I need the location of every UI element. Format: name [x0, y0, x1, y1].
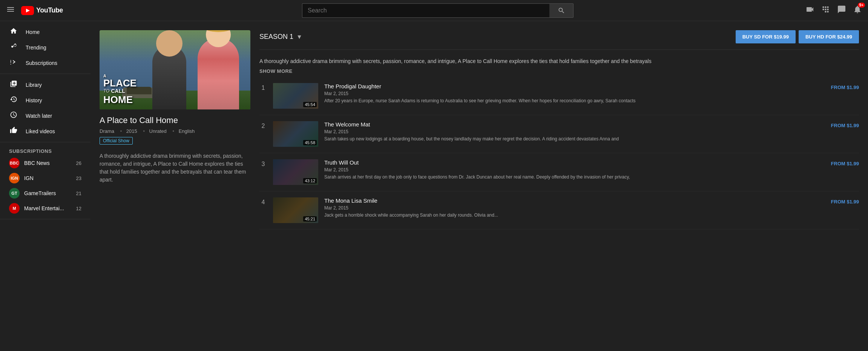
notification-icon[interactable]: 9+ — [853, 5, 862, 16]
episode-number: 4 — [259, 197, 267, 206]
episode-title: The Welcome Mat — [324, 121, 825, 128]
subscription-item-ign[interactable]: IGN IGN 23 — [0, 171, 90, 186]
show-genre: Drama — [100, 128, 114, 134]
episode-duration: 43:12 — [303, 178, 317, 183]
episode-info: Truth Will Out Mar 2, 2015 Sarah arrives… — [324, 159, 825, 180]
episode-description: Sarah takes up new lodgings at a boardin… — [324, 136, 825, 142]
buy-sd-button[interactable]: BUY SD FOR $19.99 — [736, 30, 796, 43]
episode-number: 2 — [259, 121, 267, 129]
official-badge: Official Show — [100, 137, 133, 145]
show-language: English — [179, 128, 195, 134]
subscription-item-gametrailers[interactable]: GT GameTrailers 21 — [0, 186, 90, 201]
episode-item[interactable]: 3 43:12 Truth Will Out Mar 2, 2015 Sarah… — [259, 153, 859, 191]
camera-icon[interactable] — [805, 5, 814, 16]
search-bar — [302, 3, 574, 18]
episode-item[interactable]: 1 45:54 The Prodigal Daughter Mar 2, 201… — [259, 77, 859, 115]
show-description: A thoroughly addictive drama brimming wi… — [100, 152, 250, 184]
liked-videos-icon — [9, 126, 18, 136]
page: A PLACE TO CALL HOME A Place to Call Hom… — [0, 21, 868, 239]
search-button[interactable] — [549, 3, 574, 18]
sidebar-item-label-trending: Trending — [26, 45, 46, 51]
sub-avatar-bbc: BBC — [9, 158, 20, 168]
sidebar-library-section: Library History Watch later Liked videos — [0, 77, 90, 142]
sidebar-item-label-history: History — [26, 97, 42, 103]
episode-duration: 45:54 — [303, 102, 317, 107]
header-left: YouTube — [6, 5, 89, 16]
episode-item[interactable]: 4 45:21 The Mona Lisa Smile Mar 2, 2015 … — [259, 191, 859, 229]
youtube-logo-icon — [21, 6, 34, 15]
header-center — [302, 3, 574, 18]
sidebar-nav-section: Home Trending Subscriptions — [0, 24, 90, 74]
header: YouTube — [0, 0, 868, 21]
sidebar-item-label-watch-later: Watch later — [26, 113, 52, 119]
episode-thumbnail: 43:12 — [273, 159, 318, 185]
episode-price[interactable]: FROM $1.99 — [831, 159, 859, 166]
history-icon — [9, 95, 18, 105]
sub-count-ign: 23 — [76, 176, 81, 181]
episode-date: Mar 2, 2015 — [324, 91, 825, 96]
buy-buttons: BUY SD FOR $19.99 BUY HD FOR $24.99 — [736, 30, 859, 43]
episode-list: 1 45:54 The Prodigal Daughter Mar 2, 201… — [259, 77, 859, 229]
season-label: SEASON 1 — [259, 33, 293, 41]
subscription-item-marvel[interactable]: M Marvel Entertai... 12 — [0, 201, 90, 216]
season-header: SEASON 1 ▼ BUY SD FOR $19.99 BUY HD FOR … — [259, 30, 859, 50]
sub-avatar-marvel: M — [9, 203, 20, 214]
episode-number: 1 — [259, 83, 267, 91]
sub-count-marvel: 12 — [76, 206, 81, 211]
home-icon — [9, 27, 18, 37]
episode-description: Jack gets a horrible shock while accompa… — [324, 212, 825, 219]
episode-thumbnail: 45:54 — [273, 83, 318, 109]
episode-price[interactable]: FROM $1.99 — [831, 197, 859, 205]
subscriptions-icon — [9, 58, 18, 68]
sidebar-item-liked-videos[interactable]: Liked videos — [0, 123, 90, 139]
sidebar-item-label-library: Library — [26, 82, 42, 88]
show-poster: A PLACE TO CALL HOME — [100, 30, 250, 109]
search-input[interactable] — [302, 3, 549, 18]
sidebar-item-home[interactable]: Home — [0, 24, 90, 40]
season-selector[interactable]: SEASON 1 ▼ — [259, 33, 302, 41]
show-title: A Place to Call Home — [100, 115, 250, 125]
episode-date: Mar 2, 2015 — [324, 205, 825, 211]
episode-info: The Prodigal Daughter Mar 2, 2015 After … — [324, 83, 825, 104]
sidebar-item-history[interactable]: History — [0, 92, 90, 108]
sidebar: Home Trending Subscriptions Library H — [0, 21, 90, 239]
buy-hd-button[interactable]: BUY HD FOR $24.99 — [799, 30, 859, 43]
episode-title: The Prodigal Daughter — [324, 83, 825, 89]
sidebar-item-watch-later[interactable]: Watch later — [0, 108, 90, 123]
sidebar-subscriptions-section: SUBSCRIPTIONS BBC BBC News 26 IGN IGN 23 — [0, 145, 90, 219]
youtube-wordmark: YouTube — [36, 6, 63, 14]
apps-icon[interactable] — [821, 5, 830, 16]
show-more-link[interactable]: SHOW MORE — [259, 68, 293, 74]
subscription-item-bbc[interactable]: BBC BBC News 26 — [0, 155, 90, 171]
episode-number: 3 — [259, 159, 267, 168]
season-chevron-icon: ▼ — [296, 34, 302, 40]
watch-later-icon — [9, 111, 18, 120]
main-content: A PLACE TO CALL HOME A Place to Call Hom… — [90, 21, 868, 239]
episode-duration: 45:58 — [303, 140, 317, 145]
header-right: 9+ — [787, 5, 862, 16]
sidebar-item-trending[interactable]: Trending — [0, 40, 90, 55]
episode-info: The Mona Lisa Smile Mar 2, 2015 Jack get… — [324, 197, 825, 219]
sub-count-bbc: 26 — [76, 160, 81, 166]
hamburger-icon[interactable] — [6, 5, 15, 16]
chat-icon[interactable] — [837, 5, 846, 16]
sidebar-item-library[interactable]: Library — [0, 77, 90, 92]
episode-item[interactable]: 2 45:58 The Welcome Mat Mar 2, 2015 Sara… — [259, 115, 859, 153]
season-description: A thoroughly addictive drama brimming wi… — [259, 53, 859, 67]
logo-container[interactable]: YouTube — [21, 6, 63, 15]
sidebar-item-subscriptions[interactable]: Subscriptions — [0, 55, 90, 71]
sub-count-gt: 21 — [76, 191, 81, 196]
episode-description: After 20 years in Europe, nurse Sarah Ad… — [324, 98, 825, 104]
episode-price[interactable]: FROM $1.99 — [831, 121, 859, 128]
show-year: 2015 — [126, 128, 137, 134]
notification-badge: 9+ — [858, 3, 865, 8]
episode-info: The Welcome Mat Mar 2, 2015 Sarah takes … — [324, 121, 825, 142]
sub-name-bbc: BBC News — [24, 160, 50, 166]
show-meta: A Place to Call Home Drama • 2015 • Unra… — [100, 115, 250, 184]
show-info-line: Drama • 2015 • Unrated • English — [100, 128, 250, 134]
episode-price[interactable]: FROM $1.99 — [831, 83, 859, 90]
episode-date: Mar 2, 2015 — [324, 129, 825, 134]
sub-name-marvel: Marvel Entertai... — [24, 205, 64, 211]
poster-title-overlay: A PLACE TO CALL HOME — [103, 74, 247, 106]
sub-avatar-ign: IGN — [9, 173, 20, 183]
